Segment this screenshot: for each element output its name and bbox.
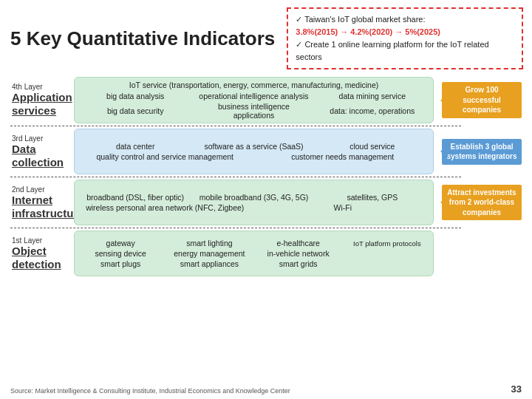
callout-1st bbox=[437, 231, 522, 276]
info-line2: 3.8%(2015) → 4.2%(2020) → 5%(2025) bbox=[296, 26, 514, 38]
cell-2nd-r1c1: broadband (DSL, fiber optic) bbox=[79, 193, 191, 202]
layer-row-1st: 1st Layer Object detection gateway smart… bbox=[10, 231, 522, 276]
cell-4th-r1c3: data mining service bbox=[316, 92, 429, 100]
callout-3rd: Establish 3 global systems integrators bbox=[437, 129, 522, 174]
cell-1st-r1c3: e-healthcare bbox=[257, 239, 340, 248]
layer-1st-row1: gateway smart lighting e-healthcare IoT … bbox=[79, 239, 429, 248]
header: 5 Key Quantitative Indicators ✓ Taiwan's… bbox=[10, 7, 522, 69]
info-line2-text: 3.8%(2015) → 4.2%(2020) → 5%(2025) bbox=[296, 27, 440, 36]
cell-4th-r2c2: business intelligence applications bbox=[197, 102, 310, 120]
layer-4th-top: IoT service (transportation, energy, com… bbox=[79, 81, 429, 89]
layer-label-4th: 4th Layer Application services bbox=[10, 77, 71, 123]
layer-name-2nd: Internet infrastructure bbox=[12, 194, 68, 220]
layer-4th-row2: big data security business intelligence … bbox=[79, 102, 429, 120]
cell-1st-r2c3: in-vehicle network bbox=[257, 249, 340, 258]
cell-1st-r2c1: sensing device bbox=[79, 249, 162, 258]
layer-content-3rd: data center software as a service (SaaS)… bbox=[74, 129, 434, 174]
checkmark1: ✓ bbox=[296, 15, 304, 24]
connector-2nd-1st bbox=[10, 228, 461, 228]
cell-1st-r3c2: smart appliances bbox=[168, 259, 250, 268]
callout-box-4th: Grow 100 successful companies bbox=[442, 82, 522, 118]
layer-label-2nd: 2nd Layer Internet infrastructure bbox=[10, 180, 71, 225]
cell-3rd-r1c3: cloud service bbox=[316, 142, 429, 151]
layer-2nd-row2: wireless personal area network (NFC, Zig… bbox=[79, 203, 429, 212]
layer-name-3rd: Data collection bbox=[12, 143, 68, 169]
layer-3rd-row2: quality control and service management c… bbox=[79, 152, 429, 161]
cell-2nd-r1c3: satellites, GPS bbox=[316, 193, 429, 202]
cell-4th-r1c2: operational intelligence analysis bbox=[197, 92, 310, 100]
cell-3rd-r2c2: customer needs management bbox=[257, 152, 429, 161]
callout-4th: Grow 100 successful companies bbox=[437, 77, 522, 123]
cell-4th-r2c1: big data security bbox=[79, 106, 191, 115]
cell-4th-r1c1: big data analysis bbox=[79, 92, 191, 100]
layer-content-2nd: broadband (DSL, fiber optic) mobile broa… bbox=[74, 180, 434, 225]
layer-2nd-row1: broadband (DSL, fiber optic) mobile broa… bbox=[79, 193, 429, 202]
layer-row-3rd: 3rd Layer Data collection data center so… bbox=[10, 129, 522, 174]
layer-label-1st: 1st Layer Object detection bbox=[10, 231, 71, 276]
layers-container: 4th Layer Application services IoT servi… bbox=[10, 77, 522, 379]
layer-content-4th: IoT service (transportation, energy, com… bbox=[74, 77, 434, 123]
page-number: 33 bbox=[511, 383, 522, 395]
connector-4th-3rd bbox=[10, 126, 461, 126]
callout-2nd: Attract investments from 2 world-class c… bbox=[437, 180, 522, 225]
info-box: ✓ Taiwan's IoT global market share: 3.8%… bbox=[287, 7, 523, 69]
layer-4th-row1: big data analysis operational intelligen… bbox=[79, 92, 429, 100]
footer: Source: Market Intelligence & Consulting… bbox=[10, 383, 522, 395]
cell-2nd-r1c2: mobile broadband (3G, 4G, 5G) bbox=[197, 193, 310, 202]
cell-3rd-r2c1: quality control and service management bbox=[79, 152, 251, 161]
info-line1: ✓ Taiwan's IoT global market share: bbox=[296, 13, 514, 26]
layer-name-1st: Object detection bbox=[12, 245, 68, 271]
cell-3rd-r1c1: data center bbox=[79, 142, 191, 151]
callout-box-2nd: Attract investments from 2 world-class c… bbox=[442, 185, 522, 221]
page-container: 5 Key Quantitative Indicators ✓ Taiwan's… bbox=[0, 0, 532, 399]
cell-4th-r2c3: data: income, operations bbox=[316, 106, 429, 115]
cell-2nd-r2c1: wireless personal area network (NFC, Zig… bbox=[79, 203, 251, 212]
cell-1st-r2c2: energy management bbox=[168, 249, 250, 258]
layer-name-4th: Application services bbox=[12, 91, 68, 117]
layer-number-2nd: 2nd Layer bbox=[12, 185, 68, 194]
cell-1st-r3c1: smart plugs bbox=[79, 259, 162, 268]
layer-row-2nd: 2nd Layer Internet infrastructure broadb… bbox=[10, 180, 522, 225]
callout-box-3rd: Establish 3 global systems integrators bbox=[442, 139, 522, 165]
cell-2nd-r2c2: Wi-Fi bbox=[257, 203, 429, 212]
layer-content-1st: gateway smart lighting e-healthcare IoT … bbox=[74, 231, 434, 276]
info-line3: ✓ Create 1 online learning platform for … bbox=[296, 38, 514, 64]
cell-1st-r1c4: IoT platform protocols bbox=[346, 239, 429, 248]
layer-1st-row2: sensing device energy management in-vehi… bbox=[79, 249, 429, 258]
main-title: 5 Key Quantitative Indicators bbox=[10, 27, 275, 50]
cell-3rd-r1c2: software as a service (SaaS) bbox=[197, 142, 310, 151]
layer-row-4th: 4th Layer Application services IoT servi… bbox=[10, 77, 522, 123]
layer-number-1st: 1st Layer bbox=[12, 236, 68, 245]
layer-number-4th: 4th Layer bbox=[12, 83, 68, 91]
layer-number-3rd: 3rd Layer bbox=[12, 134, 68, 143]
layer-label-3rd: 3rd Layer Data collection bbox=[10, 129, 71, 174]
layer-3rd-row1: data center software as a service (SaaS)… bbox=[79, 142, 429, 151]
cell-1st-r1c1: gateway bbox=[79, 239, 162, 248]
cell-1st-r1c2: smart lighting bbox=[168, 239, 250, 248]
cell-1st-r3c3: smart grids bbox=[257, 259, 340, 268]
checkmark2: ✓ bbox=[296, 40, 304, 49]
layer-1st-row3: smart plugs smart appliances smart grids bbox=[79, 259, 429, 268]
source-text: Source: Market Intelligence & Consulting… bbox=[10, 387, 290, 395]
connector-3rd-2nd bbox=[10, 177, 461, 177]
